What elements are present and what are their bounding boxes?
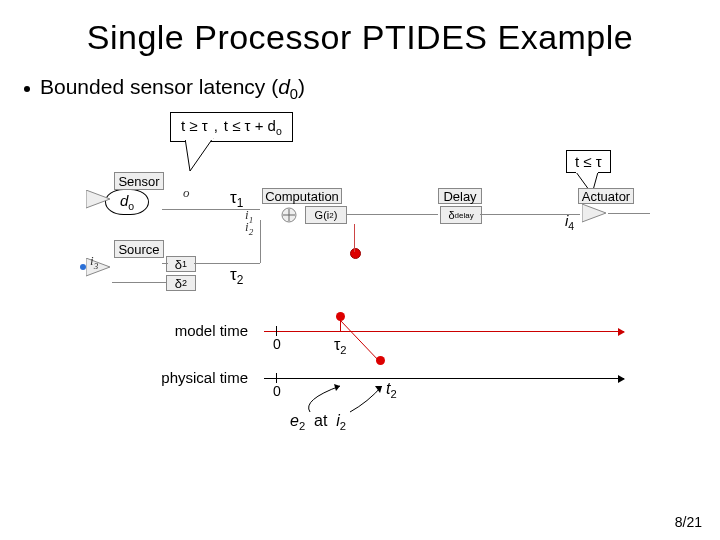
model-time-axis <box>264 331 624 332</box>
physical-time-axis <box>264 378 624 379</box>
diagram-stage: t ≥ τ , t ≤ τ + do t ≤ τ do τ1 τ2 i4 Sen… <box>20 112 700 452</box>
svg-marker-0 <box>185 138 213 171</box>
callout-tail-icon <box>185 138 225 178</box>
i4-label: i4 <box>565 212 574 232</box>
svg-rect-3 <box>576 172 598 173</box>
physical-time-label: physical time <box>118 369 248 386</box>
callout-actuator-bound: t ≤ τ <box>566 150 611 173</box>
svg-marker-9 <box>582 204 606 222</box>
correspondence-line-icon <box>338 318 388 370</box>
event-at-port: e2 at i2 <box>290 412 346 432</box>
svg-marker-4 <box>86 190 110 208</box>
actuator-amp-icon <box>582 204 608 224</box>
block-delta1: δ1 <box>166 256 196 272</box>
sensor-amp-icon <box>86 190 112 210</box>
model-zero: 0 <box>273 336 281 352</box>
model-time-label: model time <box>118 322 248 339</box>
tau2-label: τ2 <box>230 265 243 287</box>
bullet-line: Bounded sensor latency (d0) <box>24 75 720 102</box>
block-gain: G(i2) <box>305 206 347 224</box>
page-title: Single Processor PTIDES Example <box>0 18 720 57</box>
brace-arrows-icon <box>290 382 400 414</box>
block-source: Source <box>114 240 164 258</box>
svg-line-10 <box>340 320 380 362</box>
block-delta-delay: δdelay <box>440 206 482 224</box>
svg-rect-1 <box>185 138 213 140</box>
block-sensor: Sensor <box>114 172 164 190</box>
port-i3: i3 <box>90 253 98 271</box>
adder-icon <box>280 206 298 224</box>
bullet-dot-icon <box>24 86 30 92</box>
block-actuator: Actuator <box>578 188 634 204</box>
event-gain-dot-icon <box>350 248 361 259</box>
block-delay: Delay <box>438 188 482 204</box>
block-delta2: δ2 <box>166 275 196 291</box>
phys-zero: 0 <box>273 383 281 399</box>
bullet-text: Bounded sensor latency (d0) <box>40 75 305 102</box>
block-computation: Computation <box>262 188 342 204</box>
tau1-label: τ1 <box>230 188 243 210</box>
page-number: 8/21 <box>675 514 702 530</box>
port-o: o <box>183 185 190 201</box>
port-i2: i2 <box>245 219 253 237</box>
